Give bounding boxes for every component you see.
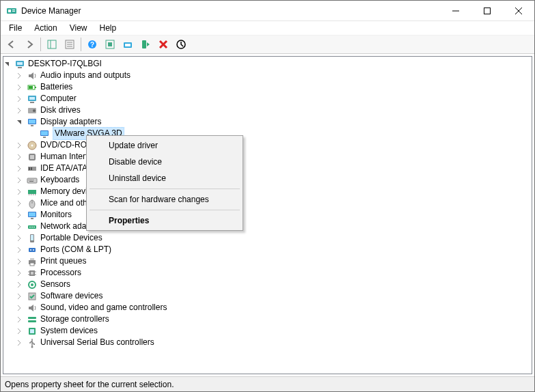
- help-button[interactable]: ?: [84, 36, 100, 53]
- svg-rect-5: [484, 8, 491, 14]
- expand-arrow-icon[interactable]: [16, 293, 27, 300]
- expand-arrow-icon[interactable]: [16, 142, 27, 149]
- svg-rect-50: [30, 180, 31, 180]
- ctx-scan-hardware[interactable]: Scan for hardware changes: [88, 191, 241, 208]
- tree-node-storage[interactable]: Storage controllers: [3, 313, 532, 325]
- enable-device-button[interactable]: [137, 36, 154, 53]
- expand-arrow-icon[interactable]: [16, 212, 27, 219]
- tree-node-hid[interactable]: Human Interface Devices: [3, 151, 532, 163]
- properties-button[interactable]: [61, 36, 78, 53]
- svg-rect-56: [31, 194, 31, 195]
- menu-help[interactable]: Help: [94, 22, 122, 34]
- expand-arrow-icon[interactable]: [16, 247, 27, 253]
- tree-node-label: Audio inputs and outputs: [40, 70, 131, 81]
- tree-root[interactable]: DESKTOP-I7QLBGI: [3, 58, 532, 70]
- close-button[interactable]: [503, 1, 534, 20]
- expand-arrow-icon[interactable]: [16, 165, 27, 172]
- tree-node-label: Software devices: [40, 290, 102, 302]
- tree-node-sensor[interactable]: Sensors: [3, 279, 532, 290]
- svg-rect-91: [33, 344, 35, 345]
- maximize-button[interactable]: [471, 1, 503, 20]
- printer-icon: [27, 256, 38, 267]
- tree-node-sound[interactable]: Sound, video and game controllers: [3, 302, 532, 313]
- tree-node-ide[interactable]: IDE ATA/ATAPI controllers: [3, 163, 532, 174]
- tree-node-label: System devices: [40, 325, 98, 337]
- tree-node-port[interactable]: Ports (COM & LPT): [3, 244, 532, 255]
- expand-arrow-icon[interactable]: [16, 72, 27, 79]
- tree-node-keyboard[interactable]: Keyboards: [3, 174, 532, 186]
- update-driver-button[interactable]: [120, 36, 136, 53]
- expand-arrow-icon[interactable]: [16, 328, 27, 335]
- tree-node-system[interactable]: System devices: [3, 325, 532, 337]
- usb-icon: [27, 337, 38, 348]
- expand-arrow-icon[interactable]: [16, 107, 27, 114]
- tree-node-portable[interactable]: Portable Devices: [3, 232, 532, 244]
- expand-arrow-icon[interactable]: [16, 305, 27, 311]
- tree-node-label: Storage controllers: [40, 313, 109, 325]
- tree-node-label: Batteries: [40, 81, 72, 93]
- expand-arrow-icon[interactable]: [16, 316, 27, 323]
- context-menu: Update driver Disable device Uninstall d…: [86, 135, 243, 231]
- svg-rect-48: [27, 178, 37, 183]
- tree-node-dvd[interactable]: DVD/CD-ROM drives: [3, 139, 532, 151]
- svg-rect-31: [29, 97, 35, 100]
- tree-node-usb[interactable]: Universal Serial Bus controllers: [3, 337, 532, 348]
- ctx-properties[interactable]: Properties: [88, 212, 241, 229]
- tree-node-memory[interactable]: Memory devices: [3, 186, 532, 197]
- tree-node-label: Ports (COM & LPT): [40, 244, 111, 255]
- svg-rect-37: [31, 125, 33, 126]
- collapse-arrow-icon[interactable]: [16, 119, 27, 126]
- svg-rect-25: [17, 62, 23, 65]
- expand-arrow-icon[interactable]: [16, 177, 27, 184]
- display-icon: [39, 128, 50, 139]
- expand-arrow-icon[interactable]: [16, 270, 27, 277]
- collapse-arrow-icon[interactable]: [3, 61, 14, 68]
- expand-arrow-icon[interactable]: [16, 84, 27, 91]
- show-hide-tree-button[interactable]: [44, 36, 60, 53]
- tree-node-cpu[interactable]: Processors: [3, 267, 532, 279]
- ctx-update-driver[interactable]: Update driver: [88, 137, 241, 154]
- svg-rect-65: [29, 227, 31, 227]
- expand-arrow-icon[interactable]: [16, 339, 27, 346]
- tree-node-disk[interactable]: Disk drives: [3, 104, 532, 116]
- ctx-uninstall-device[interactable]: Uninstall device: [88, 170, 241, 186]
- tree-node-printer[interactable]: Print queues: [3, 255, 532, 267]
- expand-arrow-icon[interactable]: [16, 200, 27, 207]
- svg-rect-2: [12, 10, 15, 10]
- tree-node-monitor[interactable]: Monitors: [3, 209, 532, 221]
- tree-node-software[interactable]: Software devices: [3, 290, 532, 302]
- menu-action[interactable]: Action: [29, 22, 62, 34]
- scan-hardware-button[interactable]: [102, 36, 118, 53]
- status-text: Opens property sheet for the current sel…: [5, 380, 174, 389]
- tree-node-network[interactable]: Network adapters: [3, 221, 532, 232]
- svg-rect-8: [48, 40, 56, 48]
- expand-arrow-icon[interactable]: [16, 188, 27, 195]
- ctx-separator: [90, 210, 240, 210]
- tree-leaf-display[interactable]: VMware SVGA 3D: [3, 128, 532, 139]
- expand-arrow-icon[interactable]: [16, 154, 27, 160]
- expand-arrow-icon[interactable]: [16, 235, 27, 242]
- uninstall-device-button[interactable]: [155, 36, 172, 53]
- minimize-button[interactable]: [440, 1, 471, 20]
- device-tree[interactable]: DESKTOP-I7QLBGIAudio inputs and outputsB…: [3, 56, 532, 374]
- tree-node-mouse[interactable]: Mice and other pointing devices: [3, 197, 532, 209]
- tree-node-label: Print queues: [40, 255, 86, 267]
- tree-node-display[interactable]: Display adapters: [3, 116, 532, 128]
- tree-node-computer[interactable]: Computer: [3, 93, 532, 104]
- tree-node-battery[interactable]: Batteries: [3, 81, 532, 93]
- svg-rect-47: [31, 167, 32, 170]
- expand-arrow-icon[interactable]: [16, 96, 27, 102]
- expand-arrow-icon[interactable]: [16, 281, 27, 288]
- svg-point-90: [29, 342, 31, 344]
- ctx-disable-device[interactable]: Disable device: [88, 154, 241, 170]
- disable-device-button[interactable]: [173, 36, 189, 53]
- forward-button[interactable]: [21, 36, 38, 53]
- menu-file[interactable]: File: [3, 22, 27, 34]
- back-button[interactable]: [3, 36, 20, 53]
- svg-rect-53: [29, 181, 33, 182]
- svg-rect-20: [142, 40, 146, 48]
- expand-arrow-icon[interactable]: [16, 258, 27, 265]
- menu-view[interactable]: View: [64, 22, 93, 34]
- expand-arrow-icon[interactable]: [16, 223, 27, 230]
- tree-node-audio[interactable]: Audio inputs and outputs: [3, 70, 532, 81]
